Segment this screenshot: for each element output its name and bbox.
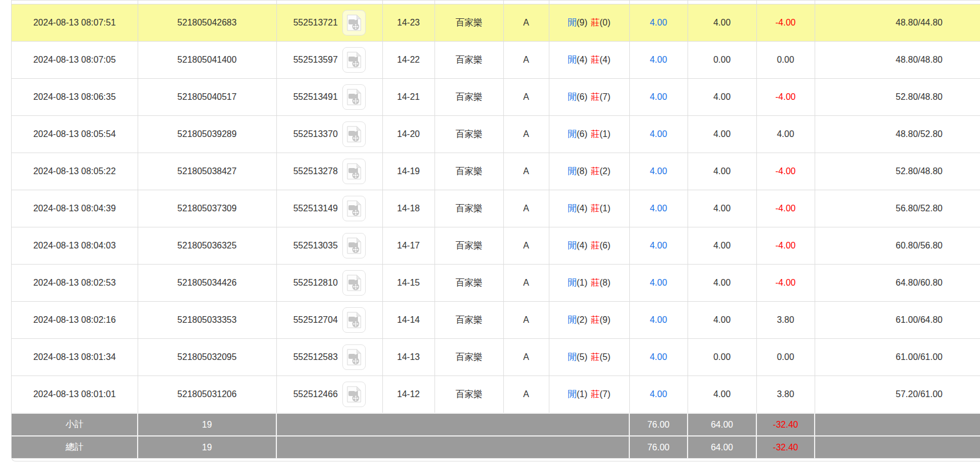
summary-win-loss-total: -32.40 — [773, 443, 798, 452]
bet-amount-link[interactable]: 4.00 — [650, 166, 667, 176]
bet-history-panel: 2024-08-13 08:07:51 521805042683 5525137… — [11, 0, 980, 461]
bet-amount-cell: 4.00 — [629, 79, 688, 116]
bet-amount-link[interactable]: 4.00 — [650, 389, 667, 399]
bet-time-cell: 2024-08-13 08:02:53 — [12, 265, 138, 302]
round-number: 14-12 — [397, 389, 420, 399]
video-file-icon — [347, 126, 361, 143]
balance: 57.20/61.00 — [896, 389, 943, 399]
valid-bet-cell: 0.00 — [688, 42, 756, 79]
banker-label: 莊 — [591, 129, 600, 139]
video-file-icon — [347, 275, 361, 291]
bet-time: 2024-08-13 08:07:05 — [33, 55, 116, 64]
win-loss: 3.80 — [777, 315, 794, 324]
bet-amount-link[interactable]: 4.00 — [650, 129, 667, 139]
bet-amount-link[interactable]: 4.00 — [650, 241, 667, 250]
bet-amount-link[interactable]: 4.00 — [650, 278, 667, 287]
bet-amount-link[interactable]: 4.00 — [650, 315, 667, 324]
player-label: 閒 — [568, 389, 577, 399]
win-loss-cell: -4.00 — [756, 153, 815, 190]
win-loss: -4.00 — [775, 241, 795, 250]
table-row[interactable]: 2024-08-13 08:07:51 521805042683 5525137… — [12, 4, 980, 42]
table-row[interactable]: 2024-08-13 08:01:01 521805031206 5525124… — [12, 376, 980, 414]
valid-bet: 4.00 — [713, 129, 730, 139]
video-file-icon — [347, 89, 361, 105]
order-number-cell: 521805042683 — [138, 4, 276, 42]
order-number: 521805042683 — [178, 18, 237, 27]
game-type: 百家樂 — [456, 352, 482, 362]
bet-amount-link[interactable]: 4.00 — [650, 55, 667, 64]
video-replay-button[interactable] — [342, 196, 366, 221]
table-row[interactable]: 2024-08-13 08:02:53 521805034426 5525128… — [12, 265, 980, 302]
bet-amount-link[interactable]: 4.00 — [650, 92, 667, 101]
bet-time-cell: 2024-08-13 08:05:22 — [12, 153, 138, 190]
table-row[interactable]: 2024-08-13 08:04:03 521805036325 5525130… — [12, 227, 980, 265]
table-row[interactable]: 2024-08-13 08:07:05 521805041400 5525135… — [12, 42, 980, 79]
banker-score: (5) — [600, 352, 611, 362]
order-number: 521805033353 — [178, 315, 237, 324]
table-row[interactable]: 2024-08-13 08:05:22 521805038427 5525132… — [12, 153, 980, 190]
summary-empty-cell — [815, 413, 980, 436]
video-replay-button[interactable] — [342, 382, 366, 407]
player-score: (1) — [577, 278, 588, 287]
game-type: 百家樂 — [456, 166, 482, 176]
video-replay-button[interactable] — [342, 84, 366, 110]
bet-amount-link[interactable]: 4.00 — [650, 204, 667, 213]
table-row[interactable]: 2024-08-13 08:04:39 521805037309 5525131… — [12, 190, 980, 227]
win-loss-cell: -4.00 — [756, 227, 815, 265]
win-loss: -4.00 — [775, 18, 795, 27]
order-number: 521805039289 — [178, 129, 237, 139]
player-score: (6) — [577, 92, 588, 101]
bet-history-table: 2024-08-13 08:07:51 521805042683 5525137… — [12, 0, 980, 459]
game-number: 552513721 — [293, 18, 337, 27]
video-replay-button[interactable] — [342, 121, 366, 147]
table-row[interactable]: 2024-08-13 08:06:35 521805040517 5525134… — [12, 79, 980, 116]
valid-bet-cell: 4.00 — [688, 153, 756, 190]
video-replay-button[interactable] — [342, 10, 366, 35]
bet-time: 2024-08-13 08:01:01 — [33, 389, 116, 399]
bet-amount-link[interactable]: 4.00 — [650, 352, 667, 362]
balance: 64.80/60.80 — [896, 278, 943, 287]
banker-label: 莊 — [591, 92, 600, 101]
table-row[interactable]: 2024-08-13 08:01:34 521805032095 5525125… — [12, 339, 980, 376]
bet-time: 2024-08-13 08:04:03 — [33, 241, 116, 250]
table-letter: A — [523, 315, 529, 324]
player-label: 閒 — [568, 129, 577, 139]
video-replay-button[interactable] — [342, 344, 366, 370]
video-file-icon — [347, 386, 361, 403]
balance-cell: 52.80/48.80 — [815, 79, 980, 116]
valid-bet-cell: 4.00 — [688, 190, 756, 227]
table-letter-cell: A — [503, 42, 549, 79]
player-score: (4) — [577, 241, 588, 250]
game-number-cell: 552512583 — [276, 339, 382, 376]
video-replay-button[interactable] — [342, 47, 366, 73]
round-number-cell: 14-23 — [382, 4, 435, 42]
game-type-cell: 百家樂 — [435, 42, 503, 79]
game-number-cell: 552512704 — [276, 302, 382, 339]
clipped-row — [12, 1, 980, 4]
balance: 48.80/52.80 — [896, 129, 943, 139]
banker-label: 莊 — [591, 166, 600, 176]
summary-count-cell: 19 — [138, 436, 276, 459]
video-file-icon — [347, 312, 361, 328]
banker-score: (4) — [600, 55, 611, 64]
game-result-cell: 閒(1)莊(8) — [549, 265, 629, 302]
video-replay-button[interactable] — [342, 233, 366, 258]
bet-amount-cell: 4.00 — [629, 116, 688, 153]
summary-label-cell: 總計 — [12, 436, 138, 459]
bet-amount-link[interactable]: 4.00 — [650, 18, 667, 27]
order-number: 521805036325 — [178, 241, 237, 250]
video-replay-button[interactable] — [342, 159, 366, 184]
order-number-cell: 521805041400 — [138, 42, 276, 79]
banker-label: 莊 — [591, 389, 600, 399]
video-replay-button[interactable] — [342, 307, 366, 333]
round-number-cell: 14-14 — [382, 302, 435, 339]
summary-win-loss-total-cell: -32.40 — [756, 413, 815, 436]
game-number-cell: 552512810 — [276, 265, 382, 302]
table-row[interactable]: 2024-08-13 08:02:16 521805033353 5525127… — [12, 302, 980, 339]
table-row[interactable]: 2024-08-13 08:05:54 521805039289 5525133… — [12, 116, 980, 153]
game-type-cell: 百家樂 — [435, 227, 503, 265]
table-letter: A — [523, 278, 529, 287]
bet-amount-cell: 4.00 — [629, 302, 688, 339]
video-replay-button[interactable] — [342, 270, 366, 296]
round-number-cell: 14-22 — [382, 42, 435, 79]
